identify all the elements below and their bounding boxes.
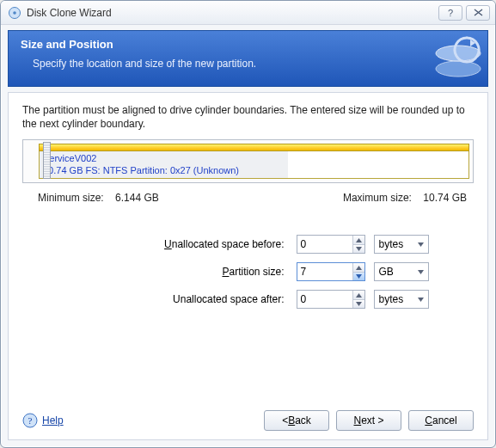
maximum-size-value: 10.74 GB <box>423 192 467 204</box>
spinner-down-icon[interactable] <box>353 300 364 309</box>
unallocated-after-field[interactable] <box>297 291 353 308</box>
spinner-down-icon[interactable] <box>353 245 364 254</box>
cancel-button[interactable]: Cancel <box>408 410 474 431</box>
wizard-header: Size and Position Specify the location a… <box>8 30 488 87</box>
unallocated-before-field[interactable] <box>297 236 353 253</box>
chevron-down-icon <box>418 298 424 302</box>
spinner-down-icon[interactable] <box>353 273 364 281</box>
partition-info: 10.74 GB FS: NTFS Partition: 0x27 (Unkno… <box>43 165 285 177</box>
svg-point-2 <box>436 61 481 77</box>
titlebar-close-button[interactable] <box>466 5 490 21</box>
maximum-size: Maximum size: 10.74 GB <box>343 192 467 204</box>
partition-size-unit[interactable]: GB <box>374 262 429 281</box>
partition-name: ServiceV002 <box>43 153 285 165</box>
unallocated-before-label: Unallocated space before: <box>68 238 288 250</box>
titlebar-help-button[interactable]: ? <box>438 5 462 21</box>
maximum-size-label: Maximum size: <box>343 192 412 204</box>
partition-resize-handle-left[interactable] <box>43 142 51 179</box>
wizard-footer: ? Help < Back Next > Cancel <box>22 400 474 431</box>
chevron-down-icon <box>418 270 424 274</box>
window-title: Disk Clone Wizard <box>27 7 435 19</box>
spinner-up-icon[interactable] <box>353 291 364 300</box>
unallocated-before-input[interactable] <box>297 235 365 254</box>
partition-bar[interactable] <box>39 144 469 151</box>
next-button[interactable]: Next > <box>336 410 401 431</box>
help-icon: ? <box>22 413 38 428</box>
wizard-window: Disk Clone Wizard ? Size and Position Sp… <box>0 0 496 448</box>
titlebar: Disk Clone Wizard ? <box>1 1 495 25</box>
unallocated-after-unit[interactable]: bytes <box>374 290 429 309</box>
instruction-text: The partition must be aligned to drive c… <box>22 103 474 131</box>
unallocated-before-unit[interactable]: bytes <box>374 235 429 254</box>
minimum-size: Minimum size: 6.144 GB <box>38 192 159 204</box>
svg-text:?: ? <box>28 415 33 426</box>
disk-graphic-icon <box>432 36 484 81</box>
content-panel: The partition must be aligned to drive c… <box>8 92 488 440</box>
page-title: Size and Position <box>21 38 475 51</box>
unallocated-after-input[interactable] <box>297 290 365 309</box>
page-subtitle: Specify the location and size of the new… <box>33 58 475 70</box>
spinner-up-icon[interactable] <box>353 236 364 245</box>
chevron-down-icon <box>418 242 424 247</box>
partition-size-label: Partition size: <box>68 266 288 278</box>
minimum-size-label: Minimum size: <box>38 192 104 204</box>
spinner-up-icon[interactable] <box>353 263 364 273</box>
app-disk-icon <box>8 6 21 20</box>
partition-free <box>288 151 468 178</box>
partition-size-field[interactable] <box>297 263 353 280</box>
partition-row: ServiceV002 10.74 GB FS: NTFS Partition:… <box>39 151 469 179</box>
unallocated-after-label: Unallocated space after: <box>68 293 288 305</box>
back-button[interactable]: < Back <box>264 410 329 431</box>
size-fields: Unallocated space before: bytes Partitio… <box>68 235 429 309</box>
partition-size-input[interactable] <box>297 262 365 281</box>
help-link[interactable]: ? Help <box>22 413 64 428</box>
minimum-size-value: 6.144 GB <box>115 192 159 204</box>
svg-point-1 <box>13 11 16 15</box>
help-label: Help <box>42 414 64 427</box>
partition-map: ServiceV002 10.74 GB FS: NTFS Partition:… <box>22 139 474 183</box>
size-limits-row: Minimum size: 6.144 GB Maximum size: 10.… <box>38 192 467 204</box>
partition-used: ServiceV002 10.74 GB FS: NTFS Partition:… <box>40 151 288 178</box>
